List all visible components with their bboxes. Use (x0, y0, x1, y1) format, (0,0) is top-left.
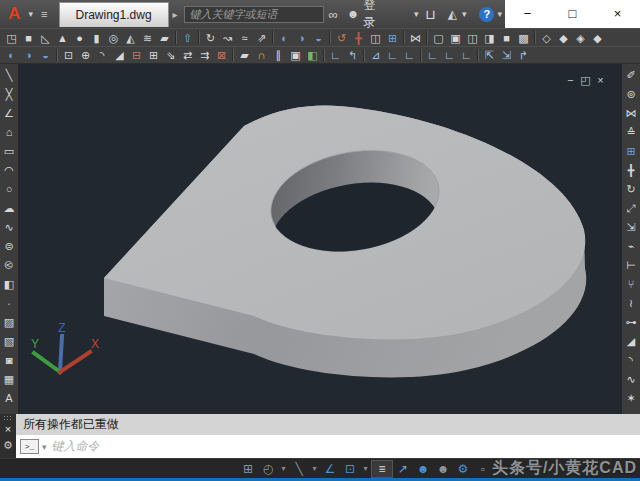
move-faces-icon[interactable]: ⇄ (179, 47, 196, 63)
app-store-cart-icon[interactable]: ⊔ (422, 7, 440, 22)
new-tab-arrow-icon[interactable]: ▸ (169, 9, 182, 20)
wedge-icon[interactable]: ◺ (37, 30, 54, 46)
offset-icon[interactable]: ≙ (623, 124, 639, 140)
color-edges-icon[interactable]: ⊟ (128, 47, 145, 63)
window-minimize-icon[interactable]: − (505, 0, 550, 28)
spline-icon[interactable]: ∿ (1, 219, 17, 235)
drag-grip-icon[interactable] (3, 415, 13, 422)
cone-icon[interactable]: ▲ (54, 30, 71, 46)
chamfer-icon[interactable]: ◢ (623, 333, 639, 349)
viewport-minimize-icon[interactable]: − (563, 73, 578, 87)
ucs-view-icon[interactable]: ∟ (401, 47, 418, 63)
loft-icon[interactable]: ≈ (236, 30, 253, 46)
multiline-text-icon[interactable]: A (1, 390, 17, 406)
3d-rotate-icon[interactable]: ↺ (333, 30, 350, 46)
revolve-icon[interactable]: ↻ (202, 30, 219, 46)
rectangle-icon[interactable]: ▭ (1, 143, 17, 159)
isodraft-icon[interactable]: ╲ (289, 460, 309, 478)
help-icon[interactable]: ? (479, 7, 494, 22)
convert-to-solid-icon[interactable]: ▣ (287, 47, 304, 63)
a360-icon[interactable]: ◭ (440, 7, 459, 21)
erase-icon[interactable]: ✐ (623, 67, 639, 83)
extrude-icon[interactable]: ⇗ (253, 30, 270, 46)
break-icon[interactable]: ≀ (623, 295, 639, 311)
object-snap-tracking-icon[interactable]: ↗ (393, 460, 413, 478)
union-icon[interactable]: ◐ (276, 30, 293, 46)
dynamic-input-icon[interactable]: ◴ (258, 460, 278, 478)
mirror-icon[interactable]: ⋈ (623, 105, 639, 121)
dropdown-icon[interactable]: ▾ (360, 460, 371, 478)
union-icon[interactable]: ◐ (3, 47, 20, 63)
view-se-isometric-icon[interactable]: ◆ (555, 30, 572, 46)
subtract-icon[interactable]: ◑ (20, 47, 37, 63)
stretch-icon[interactable]: ⇲ (623, 219, 639, 235)
offset-faces-icon[interactable]: ⇉ (196, 47, 213, 63)
3d-canvas[interactable]: Z Y X (18, 64, 622, 414)
revision-cloud-icon[interactable]: ☁ (1, 200, 17, 216)
app-menu-caret-icon[interactable]: ▾ (26, 9, 37, 19)
ucs-icon[interactable]: ∟ (327, 47, 344, 63)
3d-align-icon[interactable]: ◫ (367, 30, 384, 46)
model-space-viewport[interactable]: −◰× (18, 64, 622, 414)
construction-line-icon[interactable]: ╳ (1, 86, 17, 102)
move-icon[interactable]: ╋ (623, 162, 639, 178)
sphere-icon[interactable]: ● (71, 30, 88, 46)
ucs-previous-icon[interactable]: ↰ (344, 47, 361, 63)
ellipse-icon[interactable]: ⊜ (1, 238, 17, 254)
line-icon[interactable]: ╲ (1, 67, 17, 83)
join-icon[interactable]: ⊶ (623, 314, 639, 330)
intersect-icon[interactable]: ◒ (37, 47, 54, 63)
help-caret-icon[interactable]: ▾ (494, 9, 505, 19)
ucs-rotate-y-icon[interactable]: ⇲ (498, 47, 515, 63)
thicken-icon[interactable]: ∥ (270, 47, 287, 63)
annotation-visibility-icon[interactable]: ☻ (413, 460, 433, 478)
search-binoculars-icon[interactable]: ∞ (324, 7, 343, 22)
view-nw-isometric-icon[interactable]: ◆ (589, 30, 606, 46)
visual-style-realistic-icon[interactable]: ◨ (481, 30, 498, 46)
a360-caret-icon[interactable]: ▾ (459, 9, 470, 19)
3d-array-icon[interactable]: ⊞ (384, 30, 401, 46)
arc-icon[interactable]: ◠ (1, 162, 17, 178)
blend-curves-icon[interactable]: ∿ (623, 371, 639, 387)
point-icon[interactable]: ∙ (1, 295, 17, 311)
fillet-icon[interactable]: ◝ (623, 352, 639, 368)
ucs-z-axis-icon[interactable]: ∟ (441, 47, 458, 63)
ucs-rotate-z-icon[interactable]: ↱ (515, 47, 532, 63)
scale-icon[interactable]: ⤢ (623, 200, 639, 216)
object-snap-icon[interactable]: ⊡ (340, 460, 360, 478)
viewport-close-icon[interactable]: × (593, 73, 608, 87)
helix-icon[interactable]: ≋ (139, 30, 156, 46)
interference-check-icon[interactable]: ∩ (253, 47, 270, 63)
circle-icon[interactable]: ○ (1, 181, 17, 197)
copy-edges-icon[interactable]: ⊞ (145, 47, 162, 63)
viewport-restore-icon[interactable]: ◰ (578, 73, 593, 87)
chamfer-edge-icon[interactable]: ◢ (111, 47, 128, 63)
sign-in-button[interactable]: ☻ 登录 (347, 0, 385, 31)
status-grip-icon[interactable]: ▫ (473, 460, 493, 478)
intersect-icon[interactable]: ◒ (310, 30, 327, 46)
presspull-icon[interactable]: ⇧ (179, 30, 196, 46)
visual-style-conceptual-icon[interactable]: ■ (498, 30, 515, 46)
dropdown-icon[interactable]: ▾ (278, 460, 289, 478)
window-maximize-icon[interactable]: □ (550, 0, 595, 28)
polyline-icon[interactable]: ∠ (1, 105, 17, 121)
torus-icon[interactable]: ◎ (105, 30, 122, 46)
command-prompt-icon[interactable]: >_ (20, 439, 39, 454)
recent-commands-caret-icon[interactable]: ▾ (39, 442, 52, 452)
pyramid-icon[interactable]: ◭ (122, 30, 139, 46)
break-at-point-icon[interactable]: ⑂ (623, 276, 639, 292)
polysolid-icon[interactable]: ◳ (3, 30, 20, 46)
window-close-icon[interactable]: × (595, 0, 640, 28)
ucs-object-icon[interactable]: ∟ (384, 47, 401, 63)
3d-move-icon[interactable]: ╋ (350, 30, 367, 46)
quick-access-customize-icon[interactable]: ≡ (36, 8, 52, 20)
convert-to-surface-icon[interactable]: ◧ (304, 47, 321, 63)
table-icon[interactable]: ▦ (1, 371, 17, 387)
polar-tracking-icon[interactable]: ∠ (320, 460, 340, 478)
gradient-icon[interactable]: ▧ (1, 333, 17, 349)
dropdown-icon[interactable]: ▾ (309, 460, 320, 478)
ucs-origin-icon[interactable]: ∟ (424, 47, 441, 63)
customize-wrench-icon[interactable]: ⚙ (3, 437, 13, 453)
box-icon[interactable]: ■ (20, 30, 37, 46)
visual-style-wireframe-icon[interactable]: ▣ (447, 30, 464, 46)
